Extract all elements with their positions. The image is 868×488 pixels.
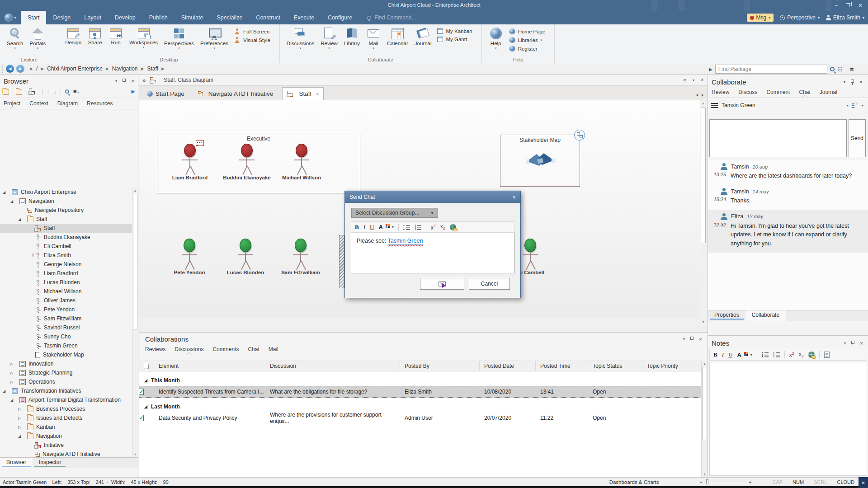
chat-message[interactable]: Eliza 12 may 12:32 Hi Tamsin. I'm glad t… xyxy=(708,210,868,253)
tree-item[interactable]: ◢ Navigation xyxy=(0,432,132,441)
perspective-selector[interactable]: Perspective ▾ xyxy=(780,14,820,21)
ribbon-button[interactable]: Workspaces ▾ xyxy=(126,27,161,51)
tree-expander-icon[interactable]: ◢ xyxy=(10,398,17,402)
ribbon-button[interactable]: Perspectives ▾ xyxy=(161,27,197,51)
browser-tab[interactable]: Context xyxy=(29,98,48,109)
bold-button[interactable]: B xyxy=(355,224,359,231)
table-scrollbar[interactable]: ▲ ▼ xyxy=(701,361,708,477)
collaborations-tab[interactable]: Reviews xyxy=(145,344,165,355)
tree-item[interactable]: Staff xyxy=(0,224,132,233)
find-package-input[interactable] xyxy=(715,65,827,74)
workspace-status[interactable]: Dashboards & Charts xyxy=(609,479,659,485)
app-menu-button[interactable]: ▾ xyxy=(0,11,21,24)
nav-back-button[interactable]: ◀ xyxy=(6,65,14,73)
underline-button[interactable]: U xyxy=(370,224,374,231)
underline-button[interactable]: U xyxy=(728,351,732,358)
tree-item[interactable]: Pete Yendon xyxy=(0,305,132,314)
zoom-slider[interactable]: − + xyxy=(700,479,752,485)
close-icon[interactable]: × xyxy=(860,340,863,347)
hyperlink-globe-icon[interactable] xyxy=(450,224,456,230)
collapse-icon[interactable]: « xyxy=(683,77,686,83)
pin-icon[interactable] xyxy=(851,80,854,83)
tree-item[interactable]: Liam Bradford xyxy=(0,269,132,278)
ribbon-tab[interactable]: Start xyxy=(21,11,46,24)
zoom-out-icon[interactable]: − xyxy=(700,479,703,485)
status-close-icon[interactable]: ✕ xyxy=(859,477,868,488)
subscript-button[interactable]: x2 xyxy=(799,351,804,358)
tree-expander-icon[interactable]: ▷ xyxy=(10,380,17,384)
tree-expander-icon[interactable]: ▷ xyxy=(18,416,24,420)
tree-item[interactable]: ◢ Chixi Airport Enterprise xyxy=(0,188,132,197)
actor-node[interactable]: Liam Bradford xyxy=(165,144,215,180)
tree-item[interactable]: Sunny Cho xyxy=(0,332,132,341)
actor-node[interactable]: Sam Fitzwilliam xyxy=(276,239,326,275)
column-header[interactable]: Topic Priority xyxy=(642,361,699,371)
ribbon-button[interactable]: Search ▾ xyxy=(4,27,26,51)
chat-message[interactable]: Tamsin 14 may 15:24 Thanks. xyxy=(708,185,868,210)
actor-node[interactable]: Michael Willson xyxy=(277,144,326,180)
panel-menu-icon[interactable]: ▾ xyxy=(844,80,845,84)
ribbon-button[interactable]: Calendar xyxy=(384,27,411,51)
ribbon-button[interactable]: Design xyxy=(62,27,85,51)
chevron-down-icon[interactable]: ▾ xyxy=(862,103,863,108)
tree-expander-icon[interactable]: ◢ xyxy=(18,217,24,221)
chat-message-input[interactable] xyxy=(709,119,847,157)
tree-item[interactable]: Buddini Ekanayake xyxy=(0,233,132,242)
collaborations-tab[interactable]: Discussions xyxy=(175,344,203,355)
ribbon-tab[interactable]: Specialize xyxy=(210,11,249,24)
tree-expander-icon[interactable]: ▷ xyxy=(10,371,17,375)
tree-expander-icon[interactable]: ◢ xyxy=(3,190,9,194)
locate-icon[interactable] xyxy=(65,89,69,94)
tree-item[interactable]: ◢ Transformation Initiatives xyxy=(0,386,132,395)
canvas-vscrollbar[interactable]: ▲ ▼ xyxy=(700,100,706,325)
forward-arrow-icon[interactable]: ▶ xyxy=(132,89,135,94)
actor-node[interactable]: Buddini Ekanayake xyxy=(222,144,272,180)
cancel-button[interactable]: Cancel xyxy=(469,278,510,290)
column-header[interactable]: Posted By xyxy=(400,361,480,371)
tree-item[interactable]: Oliver James xyxy=(0,296,132,305)
bullet-list-button[interactable] xyxy=(762,352,769,357)
move-up-icon[interactable]: ↑ xyxy=(47,89,50,94)
browser-tab[interactable]: Project xyxy=(4,98,20,109)
tree-item[interactable]: Lucas Blunden xyxy=(0,278,132,287)
browser-tab[interactable]: Diagram xyxy=(57,98,78,109)
font-color-button[interactable]: A xyxy=(737,352,745,358)
ribbon-small-button[interactable]: My Kanban xyxy=(437,28,475,34)
ribbon-small-button[interactable]: Home Page xyxy=(509,28,548,34)
tree-item[interactable]: ▷ Business Processes xyxy=(0,404,132,413)
ribbon-button[interactable]: Portals ▾ xyxy=(26,27,49,51)
pin-icon[interactable] xyxy=(123,79,126,82)
tree-item[interactable]: ▷ Strategic Planning xyxy=(0,368,132,377)
breadcrumb-item[interactable]: / xyxy=(36,66,38,72)
ribbon-button[interactable]: Discussions ▾ xyxy=(283,27,317,51)
tree-expander-icon[interactable]: ▷ xyxy=(18,407,24,411)
table-row[interactable]: ✓ Data Security and Privacy Policy Where… xyxy=(139,412,701,424)
occluded-selected-element[interactable] xyxy=(339,235,344,288)
ribbon-tab[interactable]: Design xyxy=(46,11,77,24)
ribbon-button[interactable]: Library xyxy=(341,27,363,51)
table-row[interactable]: ✓ Identify Suspected Threats from Camera… xyxy=(139,386,701,398)
actor-node[interactable]: Lucas Blunden xyxy=(221,239,270,275)
discussion-group-select[interactable]: Select Discussion Group... ▼ xyxy=(351,208,438,218)
folder-icon[interactable] xyxy=(16,89,22,95)
messages-badge[interactable]: Msg ▾ xyxy=(747,14,774,22)
tree-item[interactable]: Navigate Repository xyxy=(0,206,132,215)
tree-item[interactable]: ◢ Airport Terminal Digital Transformatio… xyxy=(0,395,132,404)
ribbon-small-button[interactable]: Visual Style xyxy=(234,37,273,43)
pin-icon[interactable] xyxy=(851,341,854,344)
table-group-header[interactable]: ◢ Last Month xyxy=(139,401,701,412)
dialog-close-icon[interactable]: × xyxy=(512,194,516,201)
tree-item[interactable]: ▷ Operations xyxy=(0,377,132,386)
tree-item[interactable]: ◢ Navigation xyxy=(0,197,132,206)
tab-close-icon[interactable]: × xyxy=(316,91,319,97)
collaborate-tab[interactable]: Review xyxy=(712,87,729,98)
tree-item[interactable]: ◢ Staff xyxy=(0,215,132,224)
ribbon-tab[interactable]: Publish xyxy=(142,11,175,24)
notes-editor[interactable] xyxy=(709,362,867,476)
checklist-icon[interactable] xyxy=(852,103,858,108)
close-icon[interactable]: × xyxy=(699,336,702,343)
chevron-down-icon[interactable]: ▾ xyxy=(392,225,394,229)
diagram-tab[interactable]: Navigate ATDT Initiative xyxy=(193,88,283,100)
tree-scrollbar[interactable]: ▲ ▼ xyxy=(132,188,138,457)
tree-expander-icon[interactable]: ▷ xyxy=(18,425,24,429)
